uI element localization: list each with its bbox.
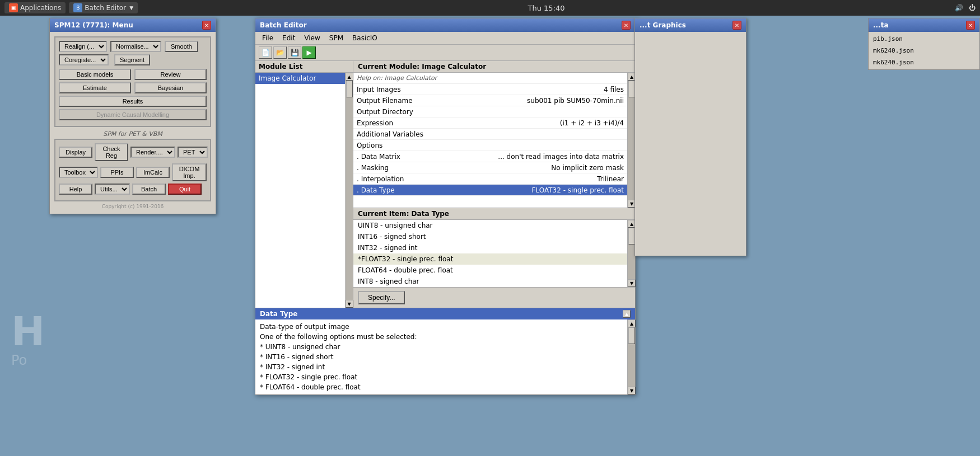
ci-option-float64[interactable]: FLOAT64 - double prec. float <box>353 265 627 276</box>
spm-preprocessing-group: Realign (... Normalise... Smooth Coregis… <box>54 36 211 127</box>
spm-close-button[interactable]: ✕ <box>202 21 211 30</box>
current-item-scrollbar[interactable]: ▲ ▼ <box>627 220 635 287</box>
menu-view[interactable]: View <box>300 33 324 43</box>
file-panel: ...ta ✕ pib.json mk6240.json mk6240.json <box>868 18 980 70</box>
cm-row-expression[interactable]: Expression (i1 + i2 + i3 +i4)/4 <box>353 117 627 129</box>
render-select[interactable]: Render.... <box>130 147 175 158</box>
estimate-button[interactable]: Estimate <box>59 82 131 93</box>
clock: Thu 15:40 <box>528 4 565 12</box>
spm-tools-group: Display Check Reg Render.... PET Toolbox… <box>54 139 211 201</box>
graphics-close-button[interactable]: ✕ <box>732 21 741 30</box>
cm-row-interpolation[interactable]: . Interpolation Trilinear <box>353 173 627 185</box>
basic-models-button[interactable]: Basic models <box>59 69 131 80</box>
graphics-title: ...t Graphics <box>640 21 686 29</box>
cm-row-masking[interactable]: . Masking No implicit zero mask <box>353 162 627 173</box>
specify-button[interactable]: Specify... <box>358 291 405 304</box>
menu-edit[interactable]: Edit <box>278 33 300 43</box>
pet-select[interactable]: PET <box>178 147 208 158</box>
quit-button[interactable]: Quit <box>168 184 202 195</box>
applications-button[interactable]: ▣ Applications <box>4 2 66 13</box>
toolbar-save-button[interactable]: 💾 <box>288 46 301 59</box>
desc-scroll-thumb[interactable] <box>628 327 635 344</box>
cm-row-input[interactable]: Input Images 4 files <box>353 84 627 95</box>
ppis-button[interactable]: PPIs <box>100 167 134 178</box>
coregister-select[interactable]: Coregiste... <box>59 54 109 65</box>
batch-button[interactable]: Batch <box>132 184 166 195</box>
cm-label-data-matrix: . Data Matrix <box>357 153 469 161</box>
batch-content-area: Module List Image Calculator ▲ ▼ Current… <box>255 61 635 308</box>
description-header: Data Type ▲ <box>255 308 635 319</box>
ci-option-int8[interactable]: INT8 - signed char <box>353 276 627 287</box>
desc-scroll-down[interactable]: ▼ <box>628 387 636 394</box>
file-content: pib.json mk6240.json mk6240.json <box>869 32 979 69</box>
ci-option-uint8[interactable]: UINT8 - unsigned char <box>353 220 627 231</box>
ci-option-int16[interactable]: INT16 - signed short <box>353 231 627 242</box>
cm-row-data-type[interactable]: . Data Type FLOAT32 - single prec. float <box>353 185 627 196</box>
ci-scroll-thumb[interactable] <box>628 228 635 245</box>
ci-label-int32: INT32 - signed int <box>358 244 417 252</box>
cm-row-options[interactable]: Options <box>353 140 627 151</box>
current-item-list: UINT8 - unsigned char INT16 - signed sho… <box>353 220 627 287</box>
module-scroll-track <box>346 81 353 300</box>
module-item-image-calculator[interactable]: Image Calculator <box>255 73 345 84</box>
cm-label-input: Input Images <box>357 86 469 93</box>
toolbar-open-button[interactable]: 📂 <box>273 46 287 59</box>
normalise-select[interactable]: Normalise... <box>110 41 161 52</box>
batch-editor-window: Batch Editor ✕ File Edit View SPM BasicI… <box>255 18 636 395</box>
module-scroll-down[interactable]: ▼ <box>346 300 353 308</box>
background-big-text: H <box>11 308 45 355</box>
cm-row-output-filename[interactable]: Output Filename sub001 pib SUM50-70min.n… <box>353 95 627 106</box>
cm-label-output-dir: Output Directory <box>357 108 469 116</box>
display-button[interactable]: Display <box>59 147 92 158</box>
dicom-button[interactable]: DICOM Imp. <box>172 163 207 181</box>
toolbar-new-button[interactable]: 📄 <box>259 46 272 59</box>
help-button[interactable]: Help <box>59 184 92 195</box>
file-panel-close[interactable]: ✕ <box>966 21 975 30</box>
current-module-panel: Current Module: Image Calculator Help on… <box>353 61 635 308</box>
desc-scroll-up2[interactable]: ▲ <box>628 319 636 327</box>
cm-row-data-matrix[interactable]: . Data Matrix ... don't read images into… <box>353 151 627 162</box>
cm-scroll-thumb[interactable] <box>628 81 635 97</box>
batch-titlebar: Batch Editor ✕ <box>255 18 635 32</box>
batch-close-button[interactable]: ✕ <box>622 21 631 30</box>
bayesian-button[interactable]: Bayesian <box>134 82 207 93</box>
power-icon: ⏻ <box>969 4 976 12</box>
ci-label-uint8: UINT8 - unsigned char <box>358 222 433 229</box>
cm-row-addvars[interactable]: Additional Variables <box>353 129 627 140</box>
spm-main-panel: Realign (... Normalise... Smooth Coregis… <box>50 32 216 214</box>
cm-label-help: Help on: Image Calculator <box>357 74 469 82</box>
cm-row-output-dir[interactable]: Output Directory <box>353 106 627 117</box>
menu-spm[interactable]: SPM <box>325 33 348 43</box>
dcm-button[interactable]: Dynamic Causal Modelling <box>59 109 207 120</box>
toolbar-run-button[interactable]: ▶ <box>302 46 316 59</box>
desc-scroll-up[interactable]: ▲ <box>623 310 631 318</box>
system-tray: 🔊 ⏻ <box>955 4 976 12</box>
batch-toolbar: 📄 📂 💾 ▶ <box>255 45 635 61</box>
ci-option-float32[interactable]: *FLOAT32 - single prec. float <box>353 253 627 265</box>
check-reg-button[interactable]: Check Reg <box>95 143 128 161</box>
cm-label-output-filename: Output Filename <box>357 97 469 105</box>
results-button[interactable]: Results <box>59 96 207 107</box>
ci-scroll-down[interactable]: ▼ <box>628 279 636 287</box>
current-item-section: Current Item: Data Type UINT8 - unsigned… <box>353 208 635 287</box>
imcalc-button[interactable]: ImCalc <box>136 167 170 178</box>
review-button[interactable]: Review <box>134 69 207 80</box>
utils-select[interactable]: Utils... <box>95 184 130 195</box>
current-module-scrollbar[interactable]: ▲ ▼ <box>627 73 635 208</box>
menu-basicio[interactable]: BasicIO <box>348 33 382 43</box>
module-scroll-up[interactable]: ▲ <box>346 73 353 81</box>
description-scrollbar[interactable]: ▲ ▼ <box>627 319 635 394</box>
module-scroll-thumb[interactable] <box>346 81 353 97</box>
spm-titlebar: SPM12 (7771): Menu ✕ <box>50 18 216 32</box>
toolbox-select[interactable]: Toolbox <box>59 167 98 178</box>
batch-editor-taskbar[interactable]: B Batch Editor ▼ <box>69 2 138 13</box>
menu-file[interactable]: File <box>258 33 278 43</box>
segment-button[interactable]: Segment <box>114 54 150 65</box>
module-list-scrollbar[interactable]: ▲ ▼ <box>345 73 353 308</box>
file-item-3: mk6240.json <box>871 46 977 55</box>
ci-option-int32[interactable]: INT32 - signed int <box>353 242 627 253</box>
smooth-button[interactable]: Smooth <box>165 41 198 52</box>
realign-select[interactable]: Realign (... <box>59 41 107 52</box>
taskbar-dropdown-icon[interactable]: ▼ <box>129 5 133 11</box>
cm-label-interpolation: . Interpolation <box>357 175 469 183</box>
